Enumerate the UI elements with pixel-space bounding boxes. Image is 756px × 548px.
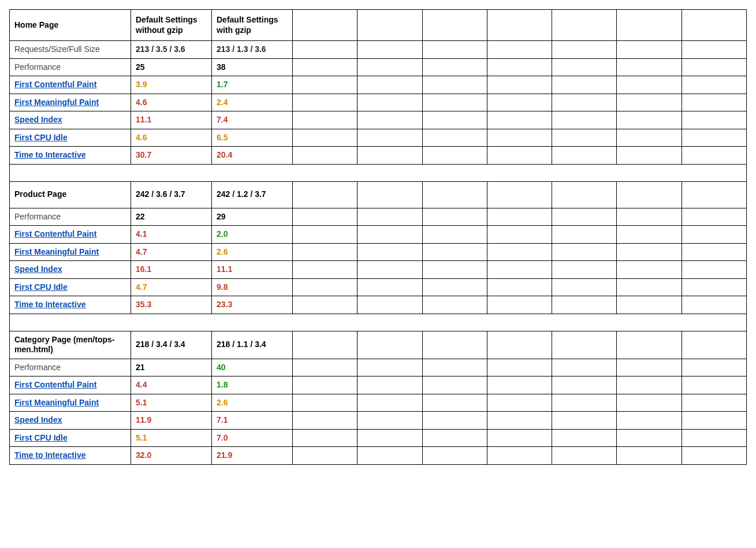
empty-cell <box>487 181 552 208</box>
empty-cell <box>487 10 552 41</box>
empty-cell <box>681 278 746 296</box>
empty-cell <box>422 94 487 111</box>
empty-cell <box>293 429 357 447</box>
empty-cell <box>617 429 681 447</box>
empty-cell <box>293 243 357 261</box>
empty-cell <box>293 296 357 314</box>
metric-link[interactable]: First CPU Idle <box>14 282 68 292</box>
empty-cell <box>422 296 487 314</box>
section-title: Home Page <box>10 10 131 41</box>
metric-value-1: 11.1 <box>131 111 212 129</box>
empty-cell <box>552 376 617 394</box>
section-header-row: Product Page242 / 3.6 / 3.7242 / 1.2 / 3… <box>10 181 747 208</box>
metric-link[interactable]: Time to Interactive <box>14 450 85 460</box>
empty-cell <box>681 447 746 465</box>
empty-cell <box>681 147 746 165</box>
metric-value-1: 30.7 <box>131 147 212 165</box>
empty-cell <box>357 359 422 376</box>
empty-cell <box>357 261 422 279</box>
metric-label-cell: Speed Index <box>10 412 131 430</box>
metric-link[interactable]: Speed Index <box>14 415 62 424</box>
empty-cell <box>681 111 746 129</box>
empty-cell <box>681 261 746 279</box>
empty-cell <box>293 58 357 76</box>
empty-cell <box>681 296 746 314</box>
empty-cell <box>552 261 617 279</box>
requests-value-2: 213 / 1.3 / 3.6 <box>212 41 293 59</box>
performance-label: Performance <box>10 359 131 376</box>
empty-cell <box>487 376 552 394</box>
empty-cell <box>293 278 357 296</box>
metric-value-1: 4.6 <box>131 94 212 111</box>
metric-label-cell: First Contentful Paint <box>10 376 131 394</box>
empty-cell <box>422 261 487 279</box>
metric-value-2: 7.4 <box>212 111 293 129</box>
metric-link[interactable]: First Contentful Paint <box>14 229 96 238</box>
metric-link[interactable]: Speed Index <box>14 115 62 124</box>
performance-value-2: 38 <box>212 58 293 76</box>
performance-value-1: 21 <box>131 359 212 376</box>
metric-row: First CPU Idle5.17.0 <box>10 429 747 447</box>
metric-row: First Contentful Paint4.41.8 <box>10 376 747 394</box>
section-header-row: Category Page (men/tops-men.html)218 / 3… <box>10 331 747 359</box>
empty-cell <box>422 208 487 226</box>
empty-cell <box>487 58 552 76</box>
empty-cell <box>617 10 681 41</box>
empty-cell <box>617 181 681 208</box>
empty-cell <box>681 41 746 59</box>
empty-cell <box>681 243 746 261</box>
metric-link[interactable]: Speed Index <box>14 264 62 274</box>
empty-cell <box>293 394 357 412</box>
empty-cell <box>422 226 487 244</box>
empty-cell <box>422 111 487 129</box>
empty-cell <box>357 147 422 165</box>
empty-cell <box>681 208 746 226</box>
empty-cell <box>422 58 487 76</box>
empty-cell <box>357 76 422 94</box>
empty-cell <box>617 359 681 376</box>
empty-cell <box>552 359 617 376</box>
metric-link[interactable]: First Contentful Paint <box>14 80 96 89</box>
metric-row: Speed Index16.111.1 <box>10 261 747 279</box>
metric-link[interactable]: First Meaningful Paint <box>14 98 99 107</box>
metric-value-2: 21.9 <box>212 447 293 465</box>
empty-cell <box>422 76 487 94</box>
metric-link[interactable]: First Contentful Paint <box>14 380 96 389</box>
empty-cell <box>681 58 746 76</box>
report-container: Home PageDefault Settings without gzipDe… <box>0 0 756 474</box>
empty-cell <box>681 412 746 430</box>
empty-cell <box>617 208 681 226</box>
empty-cell <box>552 94 617 111</box>
empty-cell <box>293 412 357 430</box>
empty-cell <box>681 331 746 359</box>
metric-row: Time to Interactive32.021.9 <box>10 447 747 465</box>
metric-link[interactable]: First Meaningful Paint <box>14 247 99 256</box>
empty-cell <box>552 181 617 208</box>
empty-cell <box>357 58 422 76</box>
empty-cell <box>422 429 487 447</box>
metric-value-2: 9.8 <box>212 278 293 296</box>
metric-row: First Meaningful Paint4.62.4 <box>10 94 747 111</box>
empty-cell <box>487 359 552 376</box>
metric-value-1: 16.1 <box>131 261 212 279</box>
empty-cell <box>487 41 552 59</box>
empty-cell <box>357 10 422 41</box>
empty-cell <box>617 331 681 359</box>
empty-cell <box>357 41 422 59</box>
metric-link[interactable]: First Meaningful Paint <box>14 398 99 407</box>
empty-cell <box>552 447 617 465</box>
metric-link[interactable]: Time to Interactive <box>14 150 85 159</box>
empty-cell <box>293 10 357 41</box>
metric-value-2: 20.4 <box>212 147 293 165</box>
empty-cell <box>681 94 746 111</box>
empty-cell <box>422 147 487 165</box>
metric-link[interactable]: First CPU Idle <box>14 433 68 442</box>
metric-value-2: 23.3 <box>212 296 293 314</box>
section-title: Product Page <box>10 181 131 208</box>
metric-link[interactable]: Time to Interactive <box>14 300 85 309</box>
metric-label-cell: First Contentful Paint <box>10 76 131 94</box>
metric-label-cell: Time to Interactive <box>10 147 131 165</box>
empty-cell <box>487 261 552 279</box>
metric-link[interactable]: First CPU Idle <box>14 133 68 142</box>
requests-value-1: 218 / 3.4 / 3.4 <box>131 331 212 359</box>
